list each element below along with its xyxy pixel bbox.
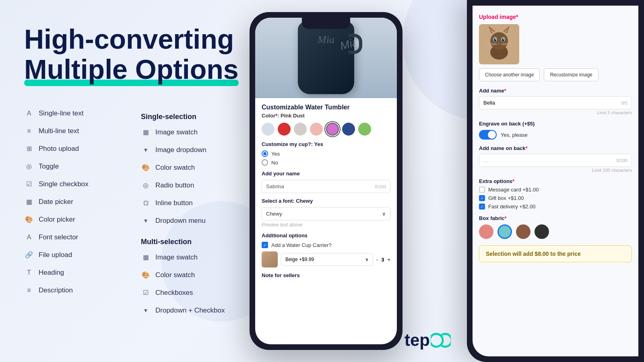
color-swatch-red[interactable] <box>278 123 291 136</box>
product-name: Customizable Water Tumbler <box>262 104 390 111</box>
customize-label: Customize my cup?: Yes <box>262 141 390 147</box>
image-actions[interactable]: Choose another image Recustomize image <box>479 68 632 81</box>
radio-yes-circle[interactable] <box>262 150 268 157</box>
name-limit-hint: Limit 5 characters <box>479 110 632 115</box>
phone-notch <box>302 18 350 29</box>
feature-date-picker: ▦ Date picker <box>24 193 141 211</box>
fabric-swatches[interactable] <box>479 224 632 239</box>
tepo-logo: tep <box>405 331 451 350</box>
engrave-section: Engrave on back (+$5) Yes, please <box>479 121 632 140</box>
multi-line-icon: ≡ <box>24 126 34 136</box>
upload-section: Upload image* <box>479 14 632 81</box>
additional-label: Additional options <box>262 232 390 239</box>
svg-point-2 <box>490 32 508 50</box>
feature-description: ≡ Description <box>24 282 141 299</box>
feature-color-picker: 🎨 Color picker <box>24 211 141 228</box>
main-title: High-converting Multiple Options <box>24 24 258 84</box>
dropdown-menu: ▾ Dropdown menu <box>141 212 258 230</box>
selection-types-col: Single-selection ▦ Image swatch ▾ Image … <box>141 105 258 319</box>
color-swatch-white[interactable] <box>262 123 275 136</box>
radio-no[interactable]: No <box>262 159 390 166</box>
engrave-toggle[interactable] <box>479 130 497 140</box>
plus-btn[interactable]: + <box>387 257 390 263</box>
color-swatches[interactable] <box>262 123 390 136</box>
svg-point-11 <box>495 39 496 39</box>
message-card-check[interactable] <box>479 187 485 193</box>
name-input-display[interactable]: Sabrina 0/100 <box>262 180 390 193</box>
feature-multi-line: ≡ Multi-line text <box>24 122 141 140</box>
feature-single-line: A Single-line text <box>24 105 141 122</box>
add-name-section: Add name* Bella 0/5 Limit 5 characters <box>479 88 632 115</box>
upload-label: Upload image* <box>479 14 632 20</box>
feature-file-upload: 🔗 File upload <box>24 246 141 264</box>
note-label: Note for sellers <box>262 272 390 278</box>
fabric-teal[interactable] <box>497 224 512 239</box>
right-phone-frame: Upload image* <box>467 0 644 362</box>
minus-btn[interactable]: - <box>376 257 378 263</box>
carrier-image <box>262 251 278 267</box>
color-swatch-pink[interactable] <box>310 123 323 136</box>
multi-color-swatch: 🎨 Color swatch <box>141 266 258 284</box>
add-name-label: Add name* <box>479 88 632 94</box>
price-banner: Selection will add $8.00 to the price <box>479 245 632 262</box>
water-carrier-checkbox[interactable]: ✓ Add a Water Cup Carrier? <box>262 242 390 248</box>
fabric-section: Box fabric* <box>479 215 632 239</box>
toggle-row: Yes, please <box>479 130 632 140</box>
checkboxes: ☑ Checkboxes <box>141 284 258 302</box>
back-name-field[interactable]: ... 0/100 <box>479 154 632 167</box>
gift-box-option[interactable]: Gift box +$1.00 <box>479 195 632 201</box>
image-swatch-icon: ▦ <box>141 128 151 137</box>
toggle-label: Yes, please <box>501 132 528 138</box>
color-swatch-gray[interactable] <box>294 123 307 136</box>
name-field[interactable]: Bella 0/5 <box>479 96 632 109</box>
carrier-dropdown-row: Beige +$9.99 ∨ - 3 + <box>262 251 390 267</box>
font-dropdown[interactable]: Chewy ∨ <box>262 207 390 220</box>
title-line1: High-converting <box>24 24 234 54</box>
fast-delivery-check[interactable] <box>479 204 485 210</box>
carrier-dropdown[interactable]: Beige +$9.99 ∨ <box>281 253 373 266</box>
tepo-text: tep <box>405 331 430 350</box>
single-image-swatch: ▦ Image swatch <box>141 123 258 141</box>
tumbler-text: Mia <box>318 34 334 46</box>
fast-delivery-option[interactable]: Fast delivery +$2.00 <box>479 204 632 210</box>
color-swatch-icon: 🎨 <box>141 163 151 173</box>
tumbler-visual: Mia <box>298 22 354 94</box>
color-picker-icon: 🎨 <box>24 215 34 224</box>
carrier-thumbnail <box>262 251 278 267</box>
font-section: Select a font: Chewy Chewy ∨ Preview tex… <box>262 198 390 228</box>
single-line-icon: A <box>24 109 34 118</box>
radio-yes[interactable]: Yes <box>262 150 390 157</box>
recustomize-button[interactable]: Recustomize image <box>544 68 598 81</box>
product-image-area: Mia <box>255 18 397 98</box>
checkboxes-icon: ☑ <box>141 288 151 298</box>
dropdown-checkbox-icon: ▾ <box>141 306 151 315</box>
svg-point-18 <box>431 334 443 347</box>
choose-image-button[interactable]: Choose another image <box>479 68 540 81</box>
carrier-check-box[interactable]: ✓ <box>262 242 268 248</box>
features-grid: A Single-line text ≡ Multi-line text ⊞ P… <box>24 105 258 319</box>
color-swatch-navy[interactable] <box>342 123 355 136</box>
left-section: High-converting Multiple Options A Singl… <box>24 24 258 319</box>
fabric-brown[interactable] <box>516 224 530 239</box>
fabric-rose[interactable] <box>479 224 493 239</box>
color-swatch-green[interactable] <box>358 123 371 136</box>
color-swatch-purple[interactable] <box>326 123 339 136</box>
dropdown-menu-icon: ▾ <box>141 216 151 226</box>
multi-image-icon: ▦ <box>141 253 151 262</box>
font-label: Select a font: Chewy <box>262 198 390 204</box>
inline-button: ⊡ Inline button <box>141 194 258 212</box>
extra-options-section: Extra options* Message card +$1.00 Gift … <box>479 178 632 210</box>
image-dropdown-icon: ▾ <box>141 145 151 155</box>
message-card-option[interactable]: Message card +$1.00 <box>479 187 632 193</box>
carrier-dropdown-arrow: ∨ <box>365 257 369 262</box>
additional-options: Additional options ✓ Add a Water Cup Car… <box>262 232 390 267</box>
file-upload-icon: 🔗 <box>24 250 34 260</box>
quantity-counter[interactable]: - 3 + <box>376 257 390 263</box>
fabric-black[interactable] <box>535 224 549 239</box>
middle-phone: Mia Customizable Water Tumbler Color*: P… <box>250 12 402 350</box>
gift-box-check[interactable] <box>479 195 485 201</box>
feature-photo-upload: ⊞ Photo upload <box>24 140 141 158</box>
radio-button: ◎ Radio button <box>141 177 258 194</box>
inline-button-icon: ⊡ <box>141 198 151 208</box>
radio-no-circle[interactable] <box>262 159 268 166</box>
